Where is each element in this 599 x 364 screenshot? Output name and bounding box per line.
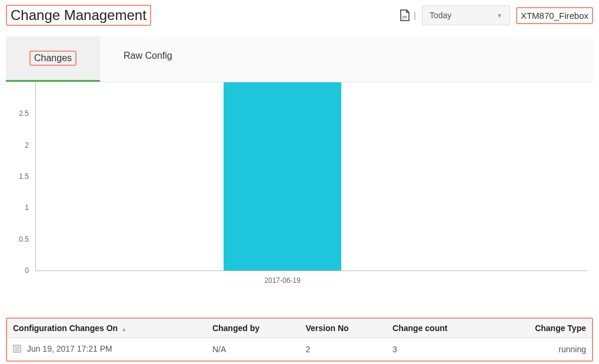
col-change-type[interactable]: Change Type	[492, 319, 592, 338]
y-axis-line	[35, 82, 36, 271]
cell-version: 2	[300, 338, 387, 360]
date-filter-value: Today	[430, 11, 451, 20]
tab-label: Raw Config	[124, 51, 172, 61]
y-tick: 0	[6, 266, 32, 275]
page-title: Change Management	[6, 5, 151, 26]
cell-count: 3	[387, 338, 492, 360]
separator: |	[414, 11, 416, 20]
tab-raw-config[interactable]: Raw Config	[100, 36, 196, 82]
cell-date: Jun 19, 2017 17:21 PM	[7, 338, 207, 360]
y-tick: 0.5	[6, 235, 32, 243]
x-axis-line	[35, 271, 587, 271]
tab-changes[interactable]: Changes	[6, 36, 100, 82]
device-label: XTM870_Firebox	[516, 7, 593, 24]
tab-bar: Changes Raw Config	[6, 36, 593, 82]
x-tick-label: 2017-06-19	[224, 276, 341, 285]
col-config-changes-on[interactable]: Configuration Changes On ▲	[7, 319, 207, 338]
y-tick: 1.5	[6, 172, 32, 181]
export-pdf-button[interactable]: ps |	[400, 9, 416, 21]
cell-changed-by: N/A	[207, 338, 300, 360]
date-filter-dropdown[interactable]: Today ▼	[422, 5, 510, 25]
y-tick: 2	[6, 141, 32, 149]
col-change-count[interactable]: Change count	[387, 319, 492, 338]
cell-type: running	[492, 338, 592, 360]
table-row[interactable]: Jun 19, 2017 17:21 PM N/A 2 3 running	[7, 338, 592, 360]
svg-text:ps: ps	[402, 15, 407, 19]
pdf-icon: ps	[400, 9, 410, 21]
bar-chart: 0 0.5 1 1.5 2 2.5 2017-06-19	[6, 82, 593, 294]
col-changed-by[interactable]: Changed by	[207, 319, 300, 338]
table-header-row: Configuration Changes On ▲ Changed by Ve…	[7, 319, 592, 338]
chevron-down-icon: ▼	[497, 12, 503, 19]
tab-label: Changes	[29, 51, 76, 66]
col-version-no[interactable]: Version No	[300, 319, 387, 338]
sort-asc-icon: ▲	[121, 326, 127, 332]
y-tick: 2.5	[6, 109, 32, 118]
y-tick: 1	[6, 203, 32, 212]
chart-bar[interactable]	[224, 82, 341, 271]
changes-table: Configuration Changes On ▲ Changed by Ve…	[6, 318, 593, 362]
document-icon	[13, 345, 21, 355]
